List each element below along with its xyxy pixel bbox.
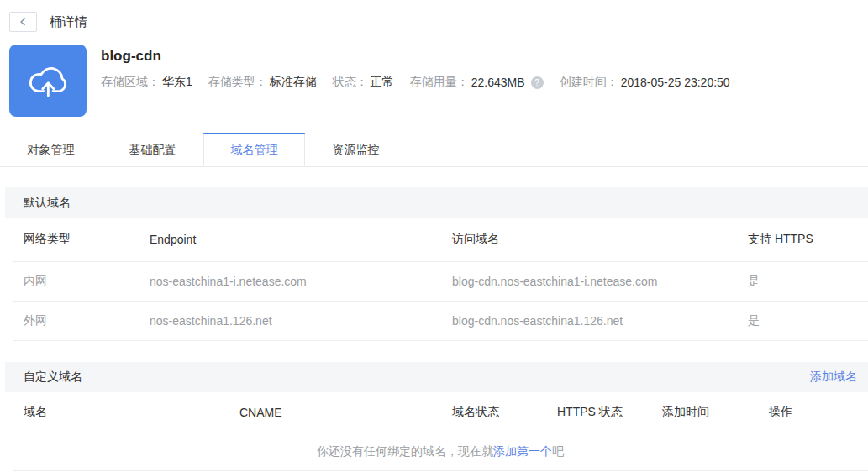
column-header-add-time: 添加时间: [651, 392, 758, 433]
column-header-actions: 操作: [758, 392, 868, 433]
bucket-header: blog-cdn 存储区域： 华东1 存储类型： 标准存储 状态： 正常 存储用…: [9, 45, 868, 117]
topbar: 桶详情: [0, 0, 868, 32]
column-header-network-type: 网络类型: [13, 218, 139, 261]
cell-network-type: 外网: [13, 301, 139, 340]
help-icon[interactable]: ?: [531, 76, 544, 89]
custom-domains-header-row: 域名 CNAME 域名状态 HTTPS 状态 添加时间 操作: [13, 392, 868, 433]
default-domains-table: 网络类型 Endpoint 访问域名 支持 HTTPS 内网 nos-eastc…: [13, 218, 868, 341]
back-button[interactable]: [9, 12, 37, 32]
add-first-domain-link[interactable]: 添加第一个: [493, 444, 552, 458]
default-domains-section-bar: 默认域名: [5, 187, 868, 218]
custom-domains-section-bar: 自定义域名 添加域名: [5, 362, 868, 392]
tab-basic-config[interactable]: 基础配置: [102, 133, 203, 166]
meta-region-value: 华东1: [162, 75, 192, 90]
meta-usage: 存储用量： 22.643MB ?: [410, 75, 544, 90]
meta-storage-type: 存储类型： 标准存储: [208, 75, 317, 90]
meta-status-value: 正常: [371, 75, 394, 90]
meta-created-label: 创建时间：: [560, 75, 618, 90]
cell-access-domain: blog-cdn.nos-eastchina1.126.net: [441, 301, 737, 340]
cell-access-domain: blog-cdn.nos-eastchina1-i.netease.com: [441, 261, 737, 301]
empty-state: 你还没有任何绑定的域名，现在就添加第一个吧: [13, 433, 868, 471]
cell-network-type: 内网: [13, 261, 139, 301]
tab-object-management[interactable]: 对象管理: [0, 133, 102, 166]
chevron-left-icon: [18, 17, 29, 27]
empty-state-suffix: 吧: [552, 444, 564, 458]
cloud-upload-icon: [9, 45, 87, 117]
meta-created: 创建时间： 2018-05-25 23:20:50: [560, 75, 730, 90]
default-domains-header-row: 网络类型 Endpoint 访问域名 支持 HTTPS: [13, 218, 868, 261]
empty-state-text: 你还没有任何绑定的域名，现在就: [317, 444, 493, 458]
cell-endpoint: nos-eastchina1.126.net: [139, 301, 441, 340]
add-domain-link[interactable]: 添加域名: [810, 370, 857, 385]
meta-usage-label: 存储用量：: [410, 75, 469, 90]
empty-state-row: 你还没有任何绑定的域名，现在就添加第一个吧: [13, 433, 868, 471]
table-row-internet: 外网 nos-eastchina1.126.net blog-cdn.nos-e…: [13, 301, 868, 340]
meta-storage-type-label: 存储类型：: [208, 75, 267, 90]
column-header-endpoint: Endpoint: [139, 218, 441, 261]
tab-resource-monitor[interactable]: 资源监控: [305, 133, 407, 166]
column-header-access-domain: 访问域名: [441, 218, 737, 261]
meta-region-label: 存储区域：: [101, 75, 160, 90]
cell-endpoint: nos-eastchina1-i.netease.com: [139, 261, 441, 301]
column-header-cname: CNAME: [229, 392, 441, 433]
meta-region: 存储区域： 华东1: [101, 75, 192, 90]
custom-domains-section-title: 自定义域名: [24, 370, 82, 385]
meta-status: 状态： 正常: [333, 75, 394, 90]
meta-created-value: 2018-05-25 23:20:50: [621, 76, 730, 89]
page-title: 桶详情: [50, 14, 87, 30]
column-header-https-support: 支持 HTTPS: [737, 218, 868, 261]
meta-status-label: 状态：: [333, 75, 368, 90]
bucket-name: blog-cdn: [101, 48, 746, 65]
column-header-domain: 域名: [13, 392, 229, 433]
column-header-domain-status: 域名状态: [441, 392, 546, 433]
meta-storage-type-value: 标准存储: [270, 75, 317, 90]
cell-https-support: 是: [737, 261, 868, 301]
tab-bar: 对象管理 基础配置 域名管理 资源监控: [0, 133, 868, 167]
cell-https-support: 是: [737, 301, 868, 340]
default-domains-section-title: 默认域名: [24, 196, 71, 211]
column-header-https-status: HTTPS 状态: [546, 392, 651, 433]
meta-usage-value: 22.643MB: [471, 76, 525, 89]
custom-domains-table: 域名 CNAME 域名状态 HTTPS 状态 添加时间 操作 你还没有任何绑定的…: [13, 392, 868, 472]
table-row-intranet: 内网 nos-eastchina1-i.netease.com blog-cdn…: [13, 261, 868, 301]
bucket-meta: 存储区域： 华东1 存储类型： 标准存储 状态： 正常 存储用量： 22.643…: [101, 75, 746, 90]
tab-domain-management[interactable]: 域名管理: [203, 133, 305, 166]
